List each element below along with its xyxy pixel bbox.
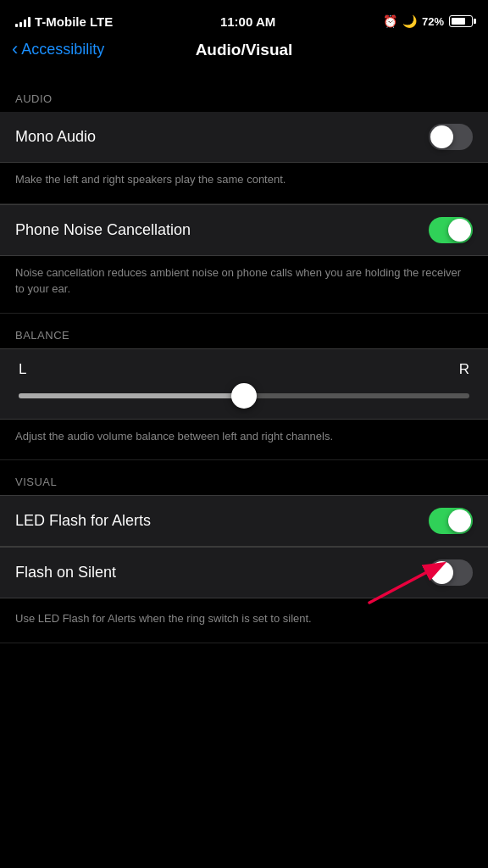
setting-row-flash-silent: Flash on Silent [0,547,488,598]
battery-icon [449,15,473,27]
mono-audio-label: Mono Audio [15,128,96,146]
flash-silent-toggle[interactable] [429,559,473,586]
carrier-label: T-Mobile LTE [35,14,113,29]
slider-fill [19,393,244,398]
balance-slider-thumb[interactable] [231,383,257,409]
flash-silent-label: Flash on Silent [15,564,116,581]
mono-audio-description: Make the left and right speakers play th… [0,163,488,204]
setting-row-mono-audio: Mono Audio [0,112,488,163]
phone-noise-label: Phone Noise Cancellation [15,221,191,239]
balance-slider-wrapper [0,381,488,419]
moon-icon: 🌙 [402,14,417,28]
balance-section: L R [0,348,488,420]
led-flash-label: LED Flash for Alerts [15,512,151,530]
battery-pct: 72% [422,15,444,28]
balance-description: Adjust the audio volume balance between … [0,420,488,461]
time-label: 11:00 AM [220,14,275,29]
section-header-audio: AUDIO [0,77,488,112]
status-left: T-Mobile LTE [15,14,113,29]
content: AUDIO Mono Audio Make the left and right… [0,69,488,643]
status-right: ⏰ 🌙 72% [383,14,473,28]
flash-silent-toggle-knob [430,561,453,584]
page-title: Audio/Visual [196,41,293,59]
phone-noise-description: Noise cancellation reduces ambient noise… [0,256,488,314]
balance-lr-labels: L R [0,349,488,381]
back-label: Accessibility [21,41,104,58]
back-button[interactable]: ‹ Accessibility [12,41,104,58]
setting-row-led-flash: LED Flash for Alerts [0,495,488,547]
status-bar: T-Mobile LTE 11:00 AM ⏰ 🌙 72% [0,0,488,37]
back-chevron-icon: ‹ [12,40,18,58]
mono-audio-toggle[interactable] [429,124,473,150]
mono-audio-toggle-knob [430,125,453,148]
phone-noise-toggle[interactable] [429,217,473,243]
balance-slider-track [19,393,469,398]
setting-row-phone-noise: Phone Noise Cancellation [0,204,488,256]
phone-noise-toggle-knob [448,219,471,242]
balance-right-label: R [459,361,469,378]
alarm-icon: ⏰ [383,14,397,28]
balance-left-label: L [19,361,26,378]
section-header-balance: BALANCE [0,314,488,348]
section-header-visual: VISUAL [0,460,488,495]
flash-silent-container: Flash on Silent [0,547,488,598]
flash-silent-description: Use LED Flash for Alerts when the ring s… [0,602,488,643]
nav-bar: ‹ Accessibility Audio/Visual [0,37,488,69]
signal-icon [15,15,30,27]
led-flash-toggle-knob [448,509,471,532]
led-flash-toggle[interactable] [429,508,473,534]
